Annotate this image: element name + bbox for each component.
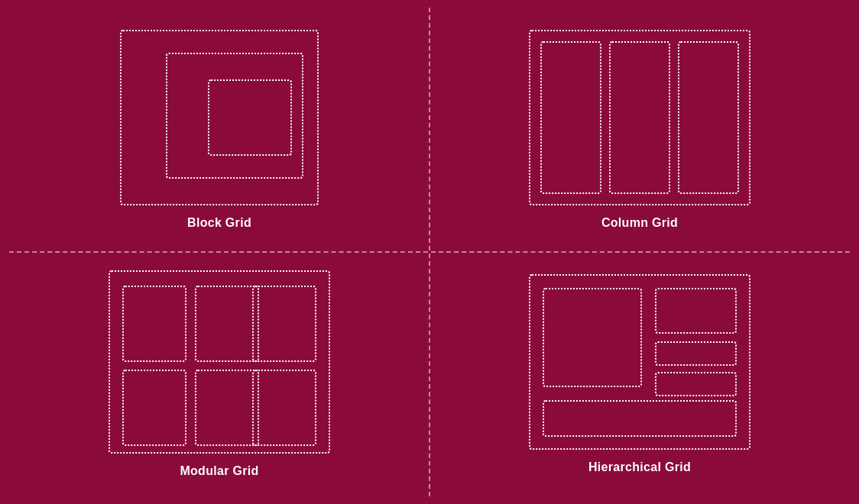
hier-top-right-box xyxy=(655,288,737,334)
column-grid-quadrant: Column Grid xyxy=(430,8,850,252)
hierarchical-grid-diagram xyxy=(529,274,750,450)
block-grid-diagram xyxy=(120,30,319,205)
hier-large-box xyxy=(543,288,642,387)
hier-bottom-right-1-box xyxy=(655,341,737,366)
modular-grid-label: Modular Grid xyxy=(180,464,258,478)
mod-cell-5 xyxy=(195,370,259,446)
block-grid-quadrant: Block Grid xyxy=(9,8,430,252)
modular-grid-quadrant: Modular Grid xyxy=(9,252,430,496)
hier-bottom-right-2-box xyxy=(655,372,737,396)
block-inner-box xyxy=(208,79,292,156)
mod-cell-6 xyxy=(252,370,316,446)
column-3-box xyxy=(678,41,739,194)
hierarchical-grid-label: Hierarchical Grid xyxy=(588,460,691,474)
main-container: Block Grid Column Grid Modular Grid xyxy=(9,8,850,496)
column-grid-diagram xyxy=(529,30,750,205)
hier-bottom-full-box xyxy=(543,400,737,437)
column-1-box xyxy=(540,41,601,194)
hierarchical-grid-quadrant: Hierarchical Grid xyxy=(430,252,850,496)
mod-cell-4 xyxy=(122,370,186,446)
column-grid-label: Column Grid xyxy=(601,216,678,230)
mod-cell-2 xyxy=(195,286,259,362)
column-2-box xyxy=(609,41,670,194)
block-grid-label: Block Grid xyxy=(187,216,251,230)
mod-cell-1 xyxy=(122,286,186,362)
modular-grid-diagram xyxy=(109,270,330,454)
divider-horizontal xyxy=(9,251,850,253)
mod-cell-3 xyxy=(252,286,316,362)
